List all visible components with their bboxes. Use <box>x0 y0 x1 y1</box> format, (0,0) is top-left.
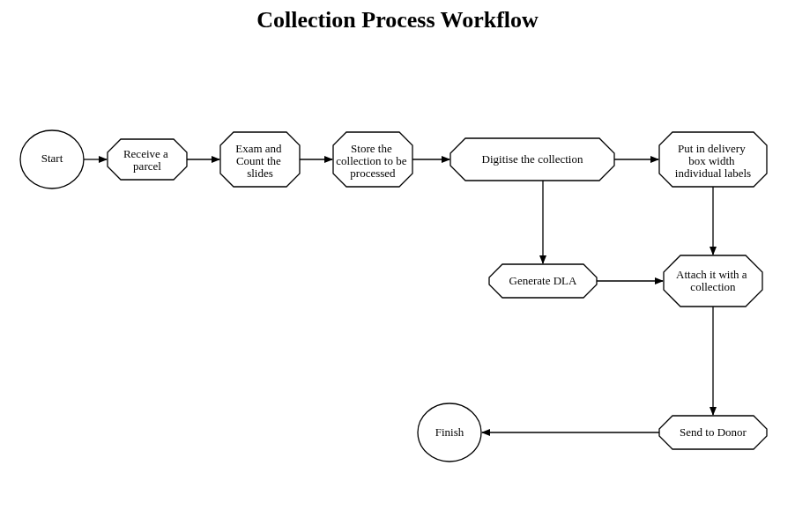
node-digitise: Digitise the collection <box>450 138 614 181</box>
node-generate: Generate DLA <box>489 264 597 298</box>
node-deliverybox-label: Put in delivery box width individual lab… <box>675 142 751 180</box>
node-receive: Receive a parcel <box>108 139 187 180</box>
flowchart-canvas: Start Receive a parcel Exam and Count th… <box>0 0 795 532</box>
node-store-label: Store the collection to be processed <box>336 142 409 180</box>
node-receive-label: Receive a parcel <box>123 147 171 173</box>
node-generate-label: Generate DLA <box>509 274 577 287</box>
node-deliverybox: Put in delivery box width individual lab… <box>659 132 767 187</box>
node-store: Store the collection to be processed <box>333 132 412 187</box>
node-attach: Attach it with a collection <box>664 255 762 307</box>
node-exam: Exam and Count the slides <box>220 132 300 187</box>
node-send: Send to Donor <box>659 416 767 449</box>
edges <box>84 159 713 432</box>
node-send-label: Send to Donor <box>680 425 747 439</box>
node-start: Start <box>20 130 84 188</box>
node-digitise-label: Digitise the collection <box>482 152 583 166</box>
node-finish-label: Finish <box>435 425 464 439</box>
node-finish: Finish <box>418 403 481 462</box>
node-attach-label: Attach it with a collection <box>676 268 750 293</box>
node-start-label: Start <box>41 151 63 165</box>
node-exam-label: Exam and Count the slides <box>235 142 285 180</box>
